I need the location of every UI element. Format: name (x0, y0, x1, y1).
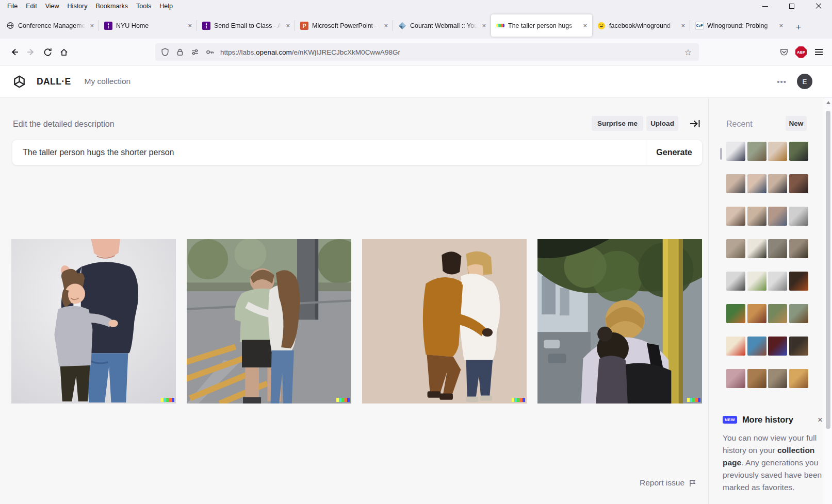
upload-button[interactable]: Upload (646, 116, 678, 131)
dalle-watermark (336, 398, 350, 402)
menu-edit[interactable]: Edit (22, 1, 41, 11)
generate-button[interactable]: Generate (646, 140, 702, 165)
globe-icon (6, 22, 14, 30)
history-thumbnail[interactable] (747, 272, 766, 291)
history-thumbnail[interactable] (726, 174, 745, 193)
dalle-watermark (512, 398, 525, 402)
menu-tools[interactable]: Tools (132, 1, 155, 11)
openai-logo-icon[interactable] (12, 75, 26, 89)
history-thumbnail[interactable] (747, 369, 766, 388)
tab-close-icon[interactable]: × (778, 22, 784, 29)
lock-icon[interactable] (175, 47, 185, 57)
history-thumbnail[interactable] (768, 337, 787, 356)
history-thumbnail[interactable] (726, 272, 745, 291)
history-thumbnail[interactable] (768, 142, 787, 161)
history-thumbnail[interactable] (747, 142, 766, 161)
minimize-button[interactable] (752, 0, 778, 12)
history-thumbnail[interactable] (789, 174, 808, 193)
new-tab-button[interactable]: + (791, 20, 806, 35)
menu-view[interactable]: View (41, 1, 63, 11)
tab-close-icon[interactable]: × (285, 22, 291, 29)
tab-powerpoint[interactable]: P Microsoft PowerPoint - Pro × (295, 14, 393, 37)
menu-help[interactable]: Help (155, 1, 177, 11)
surprise-me-button[interactable]: Surprise me (592, 116, 643, 131)
history-thumbnail[interactable] (789, 239, 808, 258)
bookmark-star-icon[interactable]: ☆ (681, 47, 695, 57)
tab-close-icon[interactable]: × (680, 22, 686, 29)
maximize-icon (789, 4, 794, 9)
tab-send-email[interactable]: Send Email to Class - A × (197, 14, 295, 37)
tab-winoground-paper[interactable]: CvF Winoground: Probing × (690, 14, 788, 37)
nav-my-collection[interactable]: My collection (85, 77, 131, 86)
generated-image-3[interactable] (362, 239, 527, 404)
back-button[interactable] (6, 44, 23, 60)
history-thumbnail[interactable] (747, 304, 766, 323)
tab-courant-webmail[interactable]: Courant Webmail :: You × (393, 14, 491, 37)
menu-bookmarks[interactable]: Bookmarks (91, 1, 132, 11)
tab-close-icon[interactable]: × (89, 22, 95, 29)
scrollbar-thumb[interactable] (826, 111, 830, 429)
notification-close-icon[interactable]: × (817, 414, 824, 425)
tab-nyu-home[interactable]: NYU Home × (99, 14, 197, 37)
shield-icon[interactable] (160, 47, 170, 57)
permissions-sliders-icon[interactable] (190, 47, 200, 57)
history-thumbnail[interactable] (789, 207, 808, 226)
history-thumbnail[interactable] (789, 337, 808, 356)
pocket-icon[interactable] (779, 47, 789, 57)
history-thumbnail[interactable] (747, 239, 766, 258)
skip-to-end-button[interactable] (688, 117, 702, 130)
avatar[interactable]: E (797, 74, 812, 89)
history-thumbnail[interactable] (747, 207, 766, 226)
tab-dalle-active[interactable]: The taller person hugs × (491, 14, 592, 37)
history-thumbnail[interactable] (747, 174, 766, 193)
edit-description-label: Edit the detailed description (13, 120, 115, 129)
report-issue-link[interactable]: Report issue (640, 478, 697, 488)
overflow-menu-icon[interactable]: ••• (777, 77, 787, 86)
history-thumbnail[interactable] (789, 304, 808, 323)
hamburger-menu-icon[interactable] (813, 47, 825, 57)
history-thumbnail[interactable] (726, 142, 745, 161)
menu-file[interactable]: File (3, 1, 22, 11)
reload-button[interactable] (39, 44, 56, 60)
tab-bar: Conference Manageme × NYU Home × Send Em… (0, 12, 832, 39)
history-thumbnail[interactable] (768, 369, 787, 388)
arrow-to-bar-icon (689, 119, 700, 129)
history-thumbnail[interactable] (768, 304, 787, 323)
generated-image-1[interactable] (11, 239, 176, 404)
url-text[interactable]: https://labs.openai.com/e/nKWjIJRECJbcXk… (220, 48, 676, 56)
history-thumbnail[interactable] (747, 337, 766, 356)
history-thumbnail[interactable] (768, 174, 787, 193)
tab-close-icon[interactable]: × (187, 22, 193, 29)
history-thumbnail[interactable] (768, 207, 787, 226)
history-thumbnail[interactable] (768, 239, 787, 258)
history-thumbnail[interactable] (789, 272, 808, 291)
tab-close-icon[interactable]: × (383, 22, 389, 29)
history-thumbnail[interactable] (789, 369, 808, 388)
home-button[interactable] (56, 44, 72, 60)
close-button[interactable] (805, 0, 832, 12)
history-thumbnail[interactable] (789, 142, 808, 161)
forward-button[interactable] (23, 44, 39, 60)
history-thumbnail[interactable] (726, 304, 745, 323)
prompt-input[interactable] (12, 140, 646, 165)
menu-history[interactable]: History (63, 1, 92, 11)
history-thumbnail[interactable] (726, 207, 745, 226)
url-bar[interactable]: https://labs.openai.com/e/nKWjIJRECJbcXk… (155, 43, 699, 61)
tab-close-icon[interactable]: × (481, 22, 487, 29)
adblock-plus-icon[interactable]: ABP (795, 46, 807, 58)
key-icon[interactable] (205, 47, 215, 57)
history-thumbnail[interactable] (768, 272, 787, 291)
tab-close-icon[interactable]: × (582, 22, 588, 29)
brand-wordmark[interactable]: DALL·E (37, 76, 71, 87)
scroll-up-arrow[interactable] (826, 101, 830, 104)
generated-image-2[interactable] (187, 239, 351, 404)
maximize-button[interactable] (778, 0, 805, 12)
history-group (726, 174, 810, 193)
new-generation-button[interactable]: New (786, 116, 807, 131)
history-thumbnail[interactable] (726, 369, 745, 388)
generated-image-4[interactable] (537, 239, 702, 404)
history-thumbnail[interactable] (726, 239, 745, 258)
history-thumbnail[interactable] (726, 337, 745, 356)
tab-winoground-github[interactable]: facebook/winoground × (592, 14, 690, 37)
tab-conference-management[interactable]: Conference Manageme × (1, 14, 99, 37)
